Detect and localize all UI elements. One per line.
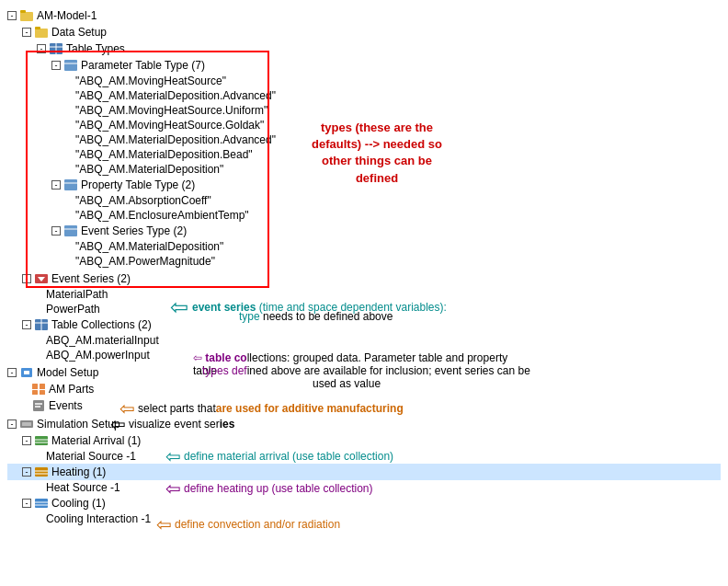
ms-icon	[19, 365, 34, 380]
redbox-annotation: types (these are thedefaults) --> needed…	[285, 120, 469, 187]
event-series-type-node: - Event Series Type (2)	[7, 223, 721, 239]
root-label: AM-Model-1	[37, 9, 97, 22]
svg-rect-3	[35, 27, 40, 29]
events-icon	[31, 398, 46, 413]
mat-path-node: MaterialPath	[7, 287, 721, 302]
data-setup-label: Data Setup	[51, 26, 107, 39]
sim-expand[interactable]: -	[7, 419, 17, 429]
tc1-node: ABQ_AM.materialInput	[7, 333, 721, 348]
sim-icon	[19, 417, 34, 431]
pt2: "ABQ_AM.MaterialDeposition.Advanced"	[7, 88, 721, 103]
mat-source-node: Material Source -1	[7, 449, 721, 464]
heating-node: - Heating (1)	[7, 464, 721, 480]
heat-source-node: Heat Source -1	[7, 480, 721, 495]
events-node: Events	[7, 397, 721, 414]
est-expand[interactable]: -	[51, 226, 61, 236]
svg-rect-11	[64, 225, 77, 236]
tc2-node: ABQ_AM.powerInput	[7, 348, 721, 362]
svg-rect-21	[40, 384, 45, 389]
root-icon	[19, 8, 34, 23]
sim-setup-node: - Simulation Setup	[7, 416, 721, 432]
est-icon	[63, 224, 78, 238]
es2: "ABQ_AM.PowerMagnitude"	[7, 254, 721, 269]
svg-rect-28	[22, 422, 31, 426]
table-collections-node: - Table Collections (2)	[7, 316, 721, 333]
svg-rect-0	[20, 12, 33, 21]
am-parts-node: AM Parts	[7, 381, 721, 397]
prop-icon	[63, 178, 78, 192]
est-label: Event Series Type (2)	[81, 224, 187, 237]
svg-rect-29	[35, 436, 48, 445]
cooling-icon	[34, 496, 49, 511]
model-setup-node: - Model Setup	[7, 364, 721, 381]
svg-rect-24	[33, 400, 44, 411]
param-expand[interactable]: -	[51, 61, 61, 70]
svg-rect-7	[64, 60, 77, 71]
data-setup-node: - Data Setup	[7, 24, 721, 40]
tc-icon	[34, 317, 49, 332]
heating-icon	[34, 465, 49, 479]
tc-expand[interactable]: -	[22, 320, 31, 329]
mat-arrival-icon	[34, 433, 49, 448]
param-table-type-node: - Parameter Table Type (7)	[7, 57, 721, 74]
ma-expand[interactable]: -	[22, 436, 31, 445]
param-icon	[63, 58, 78, 73]
pow-path-node: PowerPath	[7, 302, 721, 316]
heating-expand[interactable]: -	[22, 467, 31, 477]
param-label: Parameter Table Type (7)	[81, 59, 205, 72]
am-parts-icon	[31, 382, 46, 396]
cooling-expand[interactable]: -	[22, 499, 31, 508]
pr1: "ABQ_AM.AbsorptionCoeff"	[7, 193, 721, 208]
ms-expand[interactable]: -	[7, 368, 17, 377]
pr2: "ABQ_AM.EnclosureAmbientTemp"	[7, 208, 721, 223]
es-icon	[34, 271, 49, 286]
es-expand[interactable]: -	[22, 274, 31, 283]
table-types-node: - Table Types	[7, 40, 721, 57]
mat-arrival-node: - Material Arrival (1)	[7, 432, 721, 449]
data-setup-icon	[34, 25, 49, 40]
svg-rect-32	[35, 467, 48, 477]
root-expand[interactable]: -	[7, 11, 17, 20]
table-types-expand[interactable]: -	[37, 44, 46, 53]
pt1: "ABQ_AM.MovingHeatSource"	[7, 74, 721, 88]
svg-rect-35	[35, 499, 48, 508]
prop-label: Property Table Type (2)	[81, 178, 195, 191]
table-types-label: Table Types	[66, 42, 125, 55]
prop-expand[interactable]: -	[51, 180, 61, 190]
svg-rect-1	[20, 10, 26, 13]
cooling-int-node: Cooling Interaction -1	[7, 511, 721, 526]
svg-rect-23	[40, 390, 45, 395]
table-types-icon	[49, 41, 63, 56]
event-series-node: - Event Series (2)	[7, 270, 721, 287]
svg-rect-2	[35, 29, 48, 38]
es1: "ABQ_AM.MaterialDeposition"	[7, 239, 721, 254]
pt3: "ABQ_AM.MovingHeatSource.Uniform"	[7, 103, 721, 118]
svg-rect-20	[32, 384, 38, 389]
svg-rect-22	[32, 390, 38, 395]
root-node: - AM-Model-1	[7, 7, 721, 24]
data-setup-expand[interactable]: -	[22, 28, 31, 37]
cooling-node: - Cooling (1)	[7, 495, 721, 511]
svg-rect-9	[64, 179, 77, 190]
svg-rect-19	[24, 371, 29, 374]
main-container: - AM-Model-1 - Data Setup - Table Types …	[0, 0, 728, 534]
